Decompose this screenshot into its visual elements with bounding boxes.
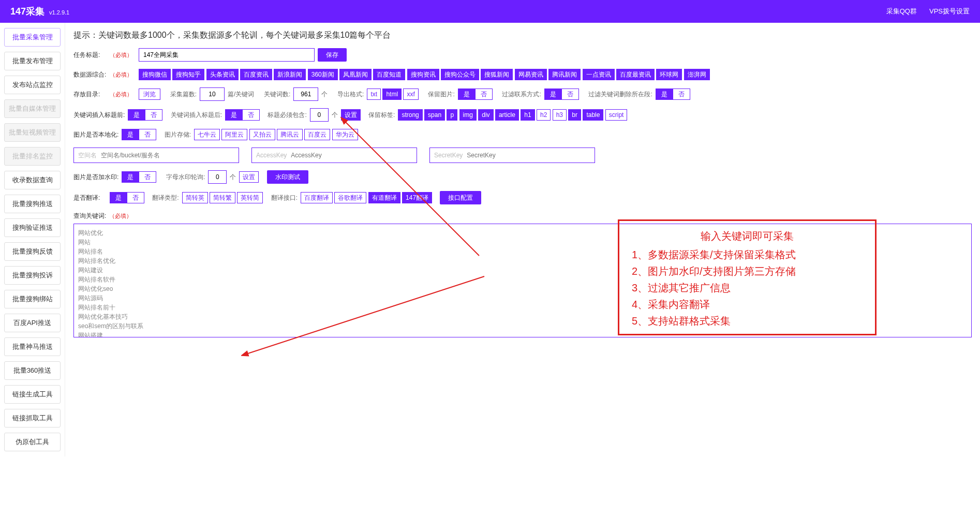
format-tag-2[interactable]: xxf (403, 89, 418, 100)
store-tag-1[interactable]: 阿里云 (221, 129, 247, 140)
source-tag-9[interactable]: 搜狗公众号 (441, 69, 479, 80)
source-tag-5[interactable]: 360新闻 (308, 69, 338, 80)
format-tag-0[interactable]: txt (367, 89, 381, 100)
translate-type-tag-2[interactable]: 英转简 (237, 192, 263, 203)
kw-before-yes[interactable]: 是 (128, 109, 145, 121)
rotate-input[interactable] (208, 170, 227, 184)
sidebar-item-12[interactable]: 百度API推送 (4, 314, 61, 332)
sidebar-item-1[interactable]: 批量发布管理 (4, 52, 61, 70)
source-tag-4[interactable]: 新浪新闻 (274, 69, 306, 80)
html-tag-4[interactable]: div (478, 109, 493, 121)
watermark-no[interactable]: 否 (139, 171, 156, 183)
sidebar-item-9[interactable]: 批量搜狗反馈 (4, 242, 61, 261)
store-tag-0[interactable]: 七牛云 (194, 129, 220, 140)
store-tag-5[interactable]: 华为云 (332, 129, 358, 140)
browse-button[interactable]: 浏览 (139, 89, 160, 100)
translate-api-tag-2[interactable]: 有道翻译 (368, 192, 400, 203)
qq-group-link[interactable]: 采集QQ群 (886, 7, 917, 16)
ak-input[interactable] (291, 148, 417, 163)
filter-kw-no[interactable]: 否 (673, 89, 690, 100)
filter-contact-no[interactable]: 否 (562, 89, 579, 100)
source-tag-6[interactable]: 凤凰新闻 (339, 69, 372, 80)
source-tag-7[interactable]: 百度知道 (373, 69, 405, 80)
html-tag-8[interactable]: h3 (553, 109, 567, 121)
img-local-yes[interactable]: 是 (122, 129, 139, 140)
must-input[interactable] (310, 108, 329, 122)
img-local-no[interactable]: 否 (139, 129, 156, 140)
main: 提示：关键词数最多1000个，采集数据源多个轮训，每个关键词最多采集10篇每个平… (65, 23, 980, 456)
html-tag-0[interactable]: strong (398, 109, 422, 121)
must-set-button[interactable]: 设置 (341, 109, 361, 121)
storage-required: （必填） (110, 91, 132, 98)
sidebar-item-16[interactable]: 链接抓取工具 (4, 409, 61, 427)
format-tag-1[interactable]: html (382, 89, 402, 100)
translate-yes[interactable]: 是 (110, 192, 127, 203)
keep-img-yes[interactable]: 是 (458, 89, 476, 100)
source-tag-0[interactable]: 搜狗微信 (139, 69, 171, 80)
sk-field: SecretKey (429, 148, 595, 163)
kw-after-yes[interactable]: 是 (225, 109, 243, 121)
source-tag-3[interactable]: 百度资讯 (240, 69, 272, 80)
sidebar-item-14[interactable]: 批量360推送 (4, 361, 61, 380)
rotate-set-button[interactable]: 设置 (239, 171, 259, 183)
space-prefix: 空间名 (74, 151, 101, 160)
save-button[interactable]: 保存 (318, 48, 347, 62)
source-tag-12[interactable]: 腾讯新闻 (548, 69, 581, 80)
source-tag-15[interactable]: 环球网 (656, 69, 682, 80)
translate-no[interactable]: 否 (127, 192, 144, 203)
watermark-test-button[interactable]: 水印测试 (267, 170, 308, 184)
html-tag-2[interactable]: p (447, 109, 457, 121)
translate-type-tag-1[interactable]: 简转繁 (210, 192, 235, 203)
html-tag-11[interactable]: script (605, 109, 628, 121)
html-tag-6[interactable]: h1 (521, 109, 534, 121)
space-input[interactable] (101, 148, 239, 163)
task-title-input[interactable] (139, 48, 315, 62)
source-tag-14[interactable]: 百度最资讯 (616, 69, 655, 80)
filter-kw-yes[interactable]: 是 (656, 89, 673, 100)
count-input[interactable] (200, 87, 225, 101)
vps-settings-link[interactable]: VPS拨号设置 (929, 7, 970, 16)
source-tag-11[interactable]: 网易资讯 (515, 69, 547, 80)
sidebar-item-11[interactable]: 批量搜狗绑站 (4, 290, 61, 308)
sk-input[interactable] (467, 148, 595, 163)
translate-api-tag-0[interactable]: 百度翻译 (301, 192, 333, 203)
store-tag-3[interactable]: 腾讯云 (277, 129, 303, 140)
api-config-button[interactable]: 接口配置 (440, 191, 481, 204)
sidebar-item-6[interactable]: 收录数据查询 (4, 171, 61, 189)
sidebar-item-13[interactable]: 批量神马推送 (4, 337, 61, 356)
kw-after-no[interactable]: 否 (243, 109, 260, 121)
filter-contact-yes[interactable]: 是 (544, 89, 562, 100)
source-tag-16[interactable]: 澎湃网 (684, 69, 710, 80)
html-tag-7[interactable]: h2 (537, 109, 551, 121)
translate-toggle: 是 否 (110, 192, 144, 203)
html-tag-5[interactable]: article (495, 109, 519, 121)
source-tag-2[interactable]: 头条资讯 (206, 69, 239, 80)
html-tag-10[interactable]: table (583, 109, 603, 121)
sidebar-item-7[interactable]: 批量搜狗推送 (4, 195, 61, 213)
watermark-yes[interactable]: 是 (122, 171, 139, 183)
sidebar-item-2[interactable]: 发布站点监控 (4, 76, 61, 94)
source-tag-13[interactable]: 一点资讯 (583, 69, 615, 80)
sidebar-item-8[interactable]: 搜狗验证推送 (4, 218, 61, 237)
kwcount-input[interactable] (293, 87, 318, 101)
translate-type-tag-0[interactable]: 简转英 (182, 192, 208, 203)
translate-api-tag-1[interactable]: 谷歌翻译 (334, 192, 366, 203)
store-tag-2[interactable]: 又拍云 (249, 129, 275, 140)
html-tag-3[interactable]: img (459, 109, 477, 121)
kw-before-no[interactable]: 否 (145, 109, 162, 121)
html-tag-9[interactable]: br (568, 109, 581, 121)
sidebar-item-15[interactable]: 链接生成工具 (4, 385, 61, 404)
translate-api-label: 翻译接口: (271, 194, 298, 202)
keep-img-no[interactable]: 否 (476, 89, 493, 100)
kwinsert-row: 关键词插入标题前: 是 否 关键词插入标题后: 是 否 标题必须包含: 个 设置… (73, 108, 972, 122)
source-tag-8[interactable]: 搜狗资讯 (407, 69, 439, 80)
source-tag-10[interactable]: 搜狐新闻 (481, 69, 513, 80)
annotation-title: 输入关键词即可采集 (632, 229, 863, 243)
translate-api-tag-3[interactable]: 147翻译 (402, 192, 432, 203)
sidebar-item-17[interactable]: 伪原创工具 (4, 433, 61, 451)
html-tag-1[interactable]: span (424, 109, 445, 121)
source-tag-1[interactable]: 搜狗知乎 (172, 69, 204, 80)
sidebar-item-0[interactable]: 批量采集管理 (4, 28, 61, 47)
sidebar-item-10[interactable]: 批量搜狗投诉 (4, 266, 61, 285)
store-tag-4[interactable]: 百度云 (304, 129, 330, 140)
